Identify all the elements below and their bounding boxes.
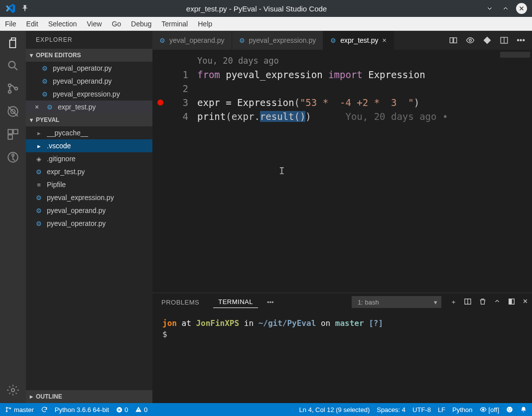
trash-icon[interactable] [479, 298, 487, 307]
editor-tab-active[interactable]: ⚙expr_test.py× [323, 31, 394, 50]
close-panel-icon[interactable]: ✕ [523, 298, 528, 307]
status-eol[interactable]: LF [438, 406, 445, 414]
editor-tabs: ⚙yeval_operand.py ⚙pyeval_expression.py … [152, 31, 532, 50]
status-encoding[interactable]: UTF-8 [412, 406, 431, 414]
panel-more-icon[interactable]: ••• [267, 299, 274, 306]
menu-edit[interactable]: Edit [21, 20, 43, 28]
close-icon[interactable] [516, 3, 527, 14]
open-editor-item[interactable]: ⚙pyeval_operator.py [26, 62, 152, 75]
status-sync-icon[interactable] [41, 406, 48, 413]
chevron-down-icon: ▾ [30, 116, 33, 123]
svg-point-3 [15, 87, 17, 90]
prompt-symbol: $ [162, 329, 167, 339]
workspace-section[interactable]: ▾ PYEVAL [26, 113, 152, 126]
status-errors[interactable]: 0 [116, 406, 128, 414]
status-warnings[interactable]: 0 [135, 406, 147, 414]
new-terminal-icon[interactable]: ＋ [450, 298, 457, 307]
python-icon: ⚙ [35, 168, 43, 176]
split-icon[interactable] [500, 36, 509, 45]
menu-file[interactable]: File [0, 20, 21, 28]
editor-tab[interactable]: ⚙pyeval_expression.py [232, 31, 324, 50]
code-content[interactable]: You, 20 days agofrom pyeval_expression i… [197, 50, 448, 293]
tree-file[interactable]: ⚙expr_test.py [26, 165, 152, 178]
status-spaces[interactable]: Spaces: 4 [377, 406, 405, 414]
prompt-branch: master [335, 318, 369, 328]
editor-tab[interactable]: ⚙yeval_operand.py [152, 31, 232, 50]
svg-point-19 [6, 407, 7, 408]
svg-point-10 [12, 154, 14, 156]
breakpoint-icon[interactable] [157, 100, 163, 105]
gitlens-annotation: You, 20 days ago [197, 54, 448, 68]
debug-icon[interactable] [6, 104, 20, 118]
python-icon: ⚙ [35, 194, 43, 202]
open-editors-section[interactable]: ▾ OPEN EDITORS [26, 49, 152, 62]
more-icon[interactable]: ••• [517, 36, 525, 45]
file-label: pyeval_operator.py [53, 64, 112, 72]
chevron-up-icon[interactable] [494, 298, 501, 307]
minimap[interactable] [500, 52, 530, 58]
maximize-panel-icon[interactable] [508, 298, 516, 307]
status-python[interactable]: Python 3.6.6 64-bit [55, 406, 109, 414]
tree-file[interactable]: ⚙pyeval_operand.py [26, 204, 152, 217]
chevron-right-icon: ▸ [30, 393, 33, 400]
gitlens-icon[interactable] [6, 150, 20, 164]
menu-selection[interactable]: Selection [43, 20, 82, 28]
chevron-down-icon: ▾ [30, 52, 33, 59]
code-editor[interactable]: . 1 2 3 4 You, 20 days agofrom pyeval_ex… [152, 50, 532, 293]
file-label: .gitignore [47, 155, 76, 163]
search-icon[interactable] [6, 59, 20, 73]
diff-icon[interactable] [483, 36, 492, 45]
toggle-icon[interactable] [466, 36, 475, 45]
split-terminal-icon[interactable] [464, 298, 472, 307]
menu-debug[interactable]: Debug [126, 20, 156, 28]
open-editor-item[interactable]: ⚙pyeval_expression.py [26, 88, 152, 101]
title-bar: expr_test.py - PyEval - Visual Studio Co… [0, 0, 532, 17]
status-cursor[interactable]: Ln 4, Col 12 (9 selected) [299, 406, 370, 414]
extensions-icon[interactable] [6, 127, 20, 141]
source-control-icon[interactable] [6, 82, 20, 96]
file-label: pyeval_expression.py [47, 194, 114, 202]
open-editor-item-active[interactable]: ×⚙expr_test.py [26, 101, 152, 113]
terminal[interactable]: jon at JonFinXPS in ~/git/PyEval on mast… [152, 311, 532, 403]
status-language[interactable]: Python [452, 406, 472, 414]
status-live[interactable]: [off] [480, 406, 499, 414]
terminal-dropdown[interactable]: 1: bash▾ [352, 296, 441, 308]
compare-icon[interactable] [449, 36, 458, 45]
status-branch[interactable]: master [5, 406, 34, 414]
svg-point-26 [510, 409, 511, 410]
dropdown-label: 1: bash [358, 299, 379, 306]
menu-go[interactable]: Go [107, 20, 126, 28]
gear-icon[interactable] [6, 383, 20, 397]
panel-tab-problems[interactable]: PROBLEMS [156, 297, 204, 308]
tree-folder-selected[interactable]: ▸.vscode [26, 139, 152, 152]
panel-tab-terminal[interactable]: TERMINAL [213, 296, 258, 308]
menu-help[interactable]: Help [193, 20, 217, 28]
window-title: expr_test.py - PyEval - Visual Studio Co… [29, 4, 484, 13]
svg-point-24 [507, 407, 513, 413]
maximize-icon[interactable] [500, 3, 511, 14]
status-feedback-icon[interactable] [506, 406, 513, 413]
python-icon: ⚙ [330, 37, 336, 44]
tab-label: pyeval_expression.py [249, 36, 316, 44]
close-icon[interactable]: × [35, 103, 42, 111]
outline-section[interactable]: ▸ OUTLINE [26, 390, 152, 403]
workspace-label: PYEVAL [36, 116, 59, 123]
open-editor-item[interactable]: ⚙pyeval_operand.py [26, 75, 152, 88]
tree-file[interactable]: ⚙pyeval_expression.py [26, 191, 152, 204]
tree-file[interactable]: ◈.gitignore [26, 152, 152, 165]
close-icon[interactable]: × [382, 36, 386, 44]
svg-rect-7 [13, 129, 18, 134]
menu-view[interactable]: View [82, 20, 107, 28]
file-label: pyeval_expression.py [53, 90, 120, 98]
status-bell-icon[interactable] [520, 406, 527, 413]
python-icon: ⚙ [239, 37, 245, 44]
folder-label: .vscode [47, 142, 71, 150]
explorer-icon[interactable] [6, 36, 20, 50]
minimize-icon[interactable] [484, 3, 495, 14]
tree-folder[interactable]: ▸__pycache__ [26, 126, 152, 139]
tree-file[interactable]: ≡Pipfile [26, 178, 152, 191]
menu-terminal[interactable]: Terminal [156, 20, 193, 28]
prompt-user: jon [162, 318, 177, 328]
pin-icon[interactable] [21, 4, 29, 12]
tree-file[interactable]: ⚙pyeval_operator.py [26, 217, 152, 230]
